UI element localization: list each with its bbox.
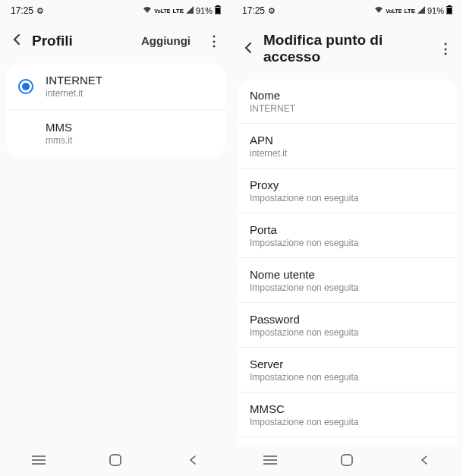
apn-field[interactable]: MMSCImpostazione non eseguita [238,392,457,437]
header: Profili Aggiungi ⋮ [0,21,232,63]
nav-bar [0,444,232,476]
apn-field[interactable]: Nome utenteImpostazione non eseguita [238,258,457,303]
field-label: Nome [250,89,445,102]
status-bar: 17:25 ⚙ VoLTE LTE 91% [232,0,463,21]
battery-pct: 91% [427,6,444,15]
wifi-icon [374,6,383,15]
field-value: internet.it [250,148,445,159]
settings-icon: ⚙ [268,6,276,16]
svg-rect-9 [447,8,452,14]
radio-selected-icon[interactable] [18,79,33,94]
profile-sub: mms.it [46,135,213,146]
home-button[interactable] [100,454,131,466]
field-label: Nome utente [250,268,445,281]
field-value: INTERNET [250,103,445,114]
profile-content: MMS mms.it [46,121,213,146]
apn-field[interactable]: ServerImpostazione non eseguita [238,348,457,392]
apn-field[interactable]: NomeINTERNET [238,79,457,124]
more-icon[interactable]: ⋮ [207,33,221,49]
battery-icon [215,5,221,16]
field-value: Impostazione non eseguita [250,417,445,427]
status-left: 17:25 ⚙ [242,5,276,16]
wifi-icon [143,6,152,15]
add-button[interactable]: Aggiungi [141,34,191,47]
radio-unselected-icon[interactable] [18,126,33,141]
field-label: Password [250,313,445,326]
header: Modifica punto di accesso ⋮ [232,21,463,79]
page-title: Profili [32,33,134,49]
back-button[interactable] [409,455,439,465]
battery-pct: 91% [196,6,213,15]
signal-icon [417,6,425,15]
apn-field[interactable]: PasswordImpostazione non eseguita [238,303,457,348]
recents-button[interactable] [24,455,54,465]
apn-field[interactable]: PortaImpostazione non eseguita [238,213,457,258]
apn-field[interactable]: Proxy MMSImpostazione non eseguita [238,437,457,444]
field-label: Server [250,358,445,370]
apn-field[interactable]: APNinternet.it [238,124,457,169]
spacer [0,156,232,444]
volte-icon: VoLTE [386,8,402,14]
field-value: Impostazione non eseguita [250,282,445,293]
profile-row-mms[interactable]: MMS mms.it [6,110,225,156]
apn-field[interactable]: ProxyImpostazione non eseguita [238,169,457,213]
status-time: 17:25 [11,5,33,16]
recents-button[interactable] [255,455,285,465]
profile-sub: internet.it [46,88,213,99]
page-title: Modifica punto di accesso [263,32,422,65]
status-time: 17:25 [242,5,265,16]
lte-icon: LTE [404,8,415,14]
svg-rect-13 [342,455,352,465]
field-value: Impostazione non eseguita [250,238,445,248]
field-label: MMSC [250,402,445,415]
svg-rect-2 [216,8,220,14]
lte-icon: LTE [172,8,184,14]
field-label: Porta [250,223,445,236]
nav-bar [232,444,463,476]
back-icon[interactable] [11,32,24,49]
volte-icon: VoLTE [154,8,170,14]
status-bar: 17:25 ⚙ VoLTE LTE 91% [0,0,232,21]
battery-icon [446,5,452,16]
home-button[interactable] [332,454,362,466]
profile-title: INTERNET [46,74,213,87]
back-button[interactable] [178,455,208,465]
status-right: VoLTE LTE 91% [143,5,221,16]
status-left: 17:25 ⚙ [11,5,44,16]
profile-row-internet[interactable]: INTERNET internet.it [6,63,225,110]
settings-icon: ⚙ [36,6,44,16]
field-value: Impostazione non eseguita [250,372,445,383]
field-label: APN [250,134,445,147]
field-value: Impostazione non eseguita [250,327,445,338]
signal-icon [186,6,194,15]
apn-fields-list[interactable]: NomeINTERNETAPNinternet.itProxyImpostazi… [238,79,457,444]
more-icon[interactable]: ⋮ [439,40,452,57]
field-label: Proxy [250,178,445,191]
svg-rect-6 [110,455,121,465]
profile-title: MMS [46,121,213,134]
field-value: Impostazione non eseguita [250,193,445,203]
status-right: VoLTE LTE 91% [374,5,452,16]
phone-left: 17:25 ⚙ VoLTE LTE 91% Profili Aggiungi ⋮ [0,0,232,476]
phone-right: 17:25 ⚙ VoLTE LTE 91% Modifica punto di … [232,0,463,476]
profile-content: INTERNET internet.it [46,74,213,99]
profiles-list: INTERNET internet.it MMS mms.it [6,63,225,156]
back-icon[interactable] [242,40,256,58]
